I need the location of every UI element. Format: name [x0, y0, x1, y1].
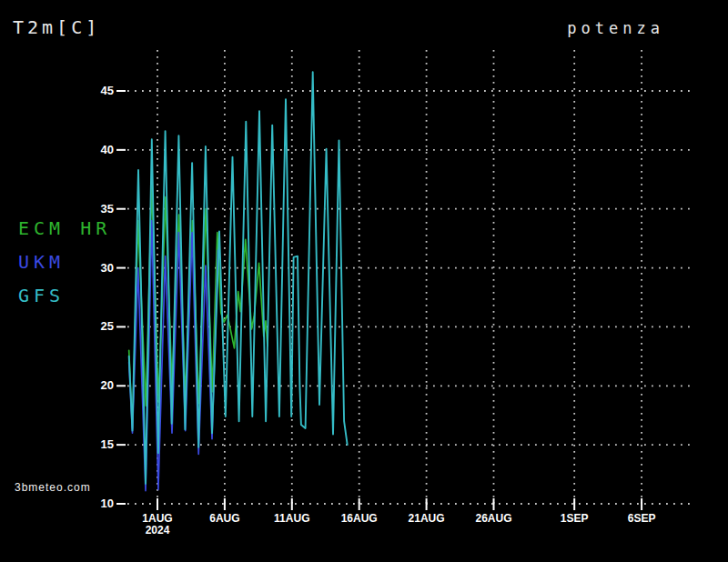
y-tick-label: 40 [101, 143, 114, 156]
x-tick-label: 21AUG [409, 512, 445, 525]
y-tick-label: 20 [101, 378, 114, 392]
y-tick-label: 15 [101, 437, 114, 451]
x-tick-label: 1SEP [561, 512, 589, 525]
y-tick-label: 25 [101, 319, 114, 333]
legend-item-gfs: GFS [18, 286, 111, 305]
legend-item-ukm: UKM [18, 253, 111, 271]
x-tick-label: 16AUG [341, 512, 378, 525]
meteogram-screenshot: T2m[C] potenza 45403530252015101AUG20246… [0, 0, 728, 562]
x-tick-label: 1AUG [142, 512, 172, 525]
legend-item-ecm-hr: ECM HR [18, 219, 111, 237]
x-tick-sublabel: 2024 [146, 524, 170, 537]
x-tick-label: 6AUG [209, 512, 239, 525]
y-tick-label: 10 [101, 497, 114, 510]
y-tick-label: 35 [101, 202, 114, 216]
y-tick-label: 45 [101, 84, 114, 97]
watermark-3bmeteo: 3bmeteo.com [15, 481, 91, 494]
x-tick-label: 6SEP [628, 512, 656, 525]
x-tick-label: 26AUG [475, 512, 511, 525]
model-legend: ECM HR UKM GFS [18, 219, 111, 320]
x-tick-label: 11AUG [274, 512, 309, 525]
series-line-gfs [129, 72, 348, 484]
